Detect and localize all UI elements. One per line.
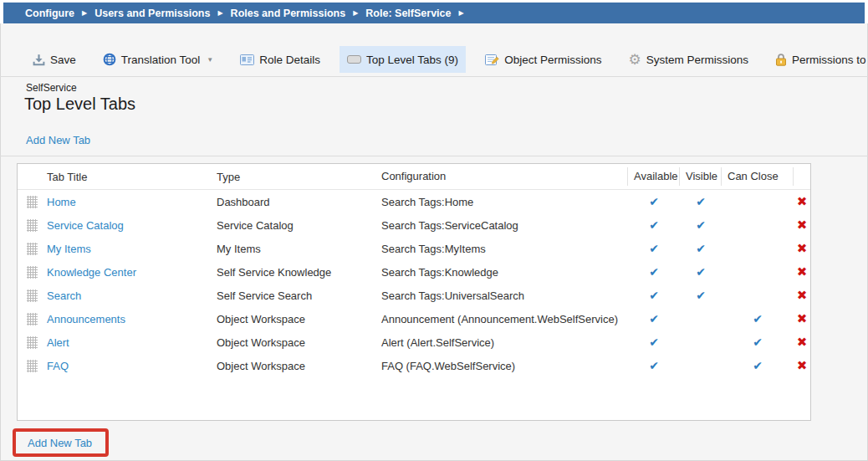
tab-type-cell: Self Service Search [217, 289, 381, 302]
tab-type-cell: Self Service Knowledge [217, 266, 381, 279]
table-header-row: Tab Title Type Configuration Available V… [18, 164, 810, 190]
table-row: Service Catalog Service Catalog Search T… [18, 213, 810, 237]
toolbar: SaveTranslation Tool▼Role DetailsTop Lev… [25, 46, 868, 73]
breadcrumb-item[interactable]: Roles and Permissions [231, 8, 346, 19]
drag-handle-icon[interactable] [27, 360, 38, 372]
drag-handle-icon[interactable] [27, 289, 38, 302]
tab-configuration-cell: FAQ (FAQ.WebSelfService) [381, 360, 628, 372]
page-title: Top Level Tabs [24, 95, 135, 114]
visible-check-icon: ✔ [696, 243, 706, 255]
tab-title-link[interactable]: My Items [47, 243, 91, 255]
tab-type-cell: Service Catalog [217, 219, 381, 232]
drag-handle-icon[interactable] [27, 243, 38, 255]
table-row: Home Dashboard Search Tags:Home ✔ ✔ ✖ [18, 190, 810, 213]
tab-title-link[interactable]: Search [47, 289, 81, 302]
column-header-tab-title: Tab Title [46, 171, 217, 183]
drag-handle-icon[interactable] [27, 266, 38, 279]
toolbar-button-label: Translation Tool [121, 54, 201, 66]
tab-title-link[interactable]: Service Catalog [47, 219, 124, 232]
tab-title-link[interactable]: Home [47, 196, 76, 208]
table-row: Alert Object Workspace Alert (Alert.Self… [18, 330, 810, 354]
top-bar-wrapper: Configure▶Users and Permissions▶Roles an… [0, 0, 868, 23]
breadcrumb-separator-icon: ▶ [82, 9, 87, 17]
table-row: My Items My Items Search Tags:MyItems ✔ … [18, 237, 810, 260]
breadcrumb: Configure▶Users and Permissions▶Roles an… [3, 3, 865, 23]
drag-handle-icon[interactable] [27, 219, 38, 232]
toolbar-button-permissions-to-grant-roles[interactable]: Permissions to Grant Roles [768, 46, 868, 73]
toolbar-button-label: Permissions to Grant Roles [792, 54, 868, 66]
breadcrumb-item[interactable]: Configure [25, 8, 74, 19]
add-new-tab-link-top[interactable]: Add New Tab [26, 134, 90, 146]
column-header-configuration: Configuration [381, 167, 628, 186]
lock-icon [775, 54, 787, 66]
delete-tab-button[interactable]: ✖ [797, 359, 808, 372]
visible-check-icon: ✔ [696, 266, 706, 279]
available-check-icon: ✔ [649, 219, 659, 232]
tab-configuration-cell: Search Tags:ServiceCatalog [381, 219, 628, 232]
tab-type-cell: Object Workspace [217, 360, 381, 372]
table-row: Knowledge Center Self Service Knowledge … [18, 260, 810, 284]
application-window: Configure▶Users and Permissions▶Roles an… [0, 0, 868, 461]
tab-configuration-cell: Announcement (Announcement.WebSelfServic… [381, 313, 628, 325]
tab-title-link[interactable]: Knowledge Center [47, 266, 136, 279]
available-check-icon: ✔ [649, 243, 659, 255]
delete-tab-button[interactable]: ✖ [797, 336, 808, 349]
globe-icon [103, 53, 116, 66]
breadcrumb-separator-icon: ▶ [458, 9, 463, 17]
tab-type-cell: My Items [217, 243, 381, 255]
annotation-highlight-box: Add New Tab [13, 428, 109, 457]
toolbar-button-label: Object Permissions [504, 54, 601, 66]
window-tab-icon [347, 55, 361, 64]
tab-configuration-cell: Search Tags:UniversalSearch [381, 289, 628, 302]
toolbar-button-label: System Permissions [646, 54, 748, 66]
delete-tab-button[interactable]: ✖ [797, 289, 808, 302]
tab-title-link[interactable]: FAQ [47, 360, 69, 372]
tab-configuration-cell: Search Tags:MyItems [381, 243, 628, 255]
toolbar-button-object-permissions[interactable]: Object Permissions [477, 46, 609, 73]
document-pencil-icon [485, 54, 499, 66]
toolbar-button-top-level-tabs[interactable]: Top Level Tabs (9) [340, 46, 466, 73]
drag-handle-icon[interactable] [27, 313, 38, 325]
delete-tab-button[interactable]: ✖ [797, 242, 808, 255]
available-check-icon: ✔ [649, 336, 659, 349]
toolbar-button-label: Top Level Tabs (9) [366, 54, 458, 66]
breadcrumb-separator-icon: ▶ [353, 9, 358, 17]
tab-type-cell: Object Workspace [217, 313, 381, 325]
toolbar-button-role-details[interactable]: Role Details [232, 46, 328, 73]
tab-type-cell: Object Workspace [217, 336, 381, 349]
toolbar-button-translation-tool[interactable]: Translation Tool▼ [95, 46, 221, 73]
breadcrumb-separator-icon: ▶ [217, 9, 222, 17]
table-body: Home Dashboard Search Tags:Home ✔ ✔ ✖ Se… [18, 190, 810, 377]
breadcrumb-item[interactable]: Users and Permissions [94, 8, 210, 19]
toolbar-button-label: Save [50, 54, 76, 66]
role-name-label: SelfService [26, 82, 77, 94]
tab-title-link[interactable]: Alert [47, 336, 69, 349]
can-close-check-icon: ✔ [753, 360, 763, 372]
drag-handle-icon[interactable] [27, 336, 38, 349]
toolbar-divider [0, 76, 868, 77]
visible-check-icon: ✔ [696, 196, 706, 208]
tab-configuration-cell: Search Tags:Knowledge [381, 266, 628, 279]
drag-handle-icon[interactable] [27, 196, 38, 208]
tab-type-cell: Dashboard [217, 196, 381, 208]
available-check-icon: ✔ [649, 289, 659, 302]
available-check-icon: ✔ [649, 313, 659, 325]
gear-icon: ⚙ [628, 53, 641, 67]
add-new-tab-link-bottom[interactable]: Add New Tab [28, 437, 92, 449]
breadcrumb-item[interactable]: Role: SelfService [365, 8, 451, 19]
tab-title-link[interactable]: Announcements [47, 313, 125, 325]
toolbar-button-label: Role Details [259, 54, 320, 66]
delete-tab-button[interactable]: ✖ [797, 312, 808, 325]
delete-tab-button[interactable]: ✖ [797, 218, 808, 232]
table-row: Search Self Service Search Search Tags:U… [18, 284, 810, 307]
visible-check-icon: ✔ [696, 219, 706, 232]
toolbar-button-system-permissions[interactable]: ⚙System Permissions [620, 46, 756, 73]
delete-tab-button[interactable]: ✖ [797, 265, 808, 279]
column-header-can-close: Can Close [722, 167, 794, 186]
can-close-check-icon: ✔ [753, 336, 763, 349]
available-check-icon: ✔ [649, 266, 659, 279]
delete-tab-button[interactable]: ✖ [797, 195, 808, 208]
toolbar-button-save[interactable]: Save [25, 46, 84, 73]
column-header-available: Available [628, 167, 680, 186]
available-check-icon: ✔ [649, 360, 659, 372]
